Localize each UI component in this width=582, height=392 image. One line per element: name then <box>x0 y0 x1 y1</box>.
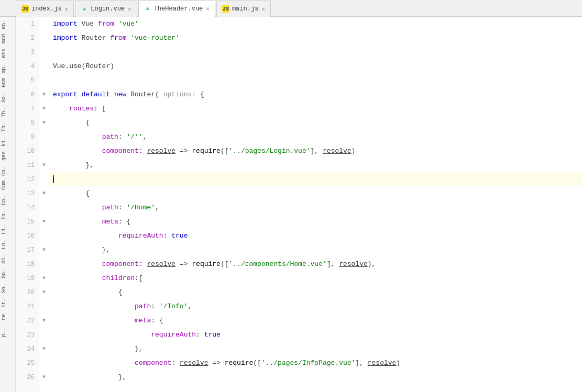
code-line-11: }, <box>49 158 582 172</box>
sidebar-item[interactable]: Hom <box>0 75 16 90</box>
sidebar-item[interactable]: mod <box>0 31 16 46</box>
sidebar-item[interactable]: TheH <box>0 119 16 134</box>
sidebar: anag mod ets mpoi Hom Song TheA TheH kin… <box>0 17 16 392</box>
code-line-8: { <box>49 116 582 130</box>
line-num-16: 16 <box>16 229 39 243</box>
sidebar-item[interactable]: ets <box>0 46 16 61</box>
line-num-9: 9 <box>16 130 39 144</box>
fold-24[interactable]: ▼ <box>39 342 49 356</box>
fold-9 <box>39 130 49 144</box>
code-line-14: path: '/Home', <box>49 200 582 215</box>
sidebar-item[interactable]: InfoF <box>0 207 16 222</box>
line-num-4: 4 <box>16 59 39 73</box>
tab-label: Login.vue <box>91 5 125 13</box>
code-line-16: requireAuth: true <box>49 229 582 243</box>
code-line-23: requireAuth: true <box>49 328 582 342</box>
code-line-2: import Router from 'vue-router' <box>49 31 582 45</box>
sidebar-item[interactable]: Song <box>0 281 16 295</box>
sidebar-item[interactable]: ges <box>0 149 16 163</box>
sidebar-item[interactable]: Colle <box>0 163 16 178</box>
code-line-21: path: '/Info', <box>49 299 582 313</box>
fold-22[interactable]: ▼ <box>39 313 49 328</box>
tab-close-icon[interactable]: ✕ <box>206 5 210 12</box>
line-num-5: 5 <box>16 73 39 87</box>
tab-label: index.js <box>31 5 62 13</box>
sidebar-item[interactable]: Com <box>0 178 16 193</box>
fold-15[interactable]: ▼ <box>39 215 49 229</box>
code-content[interactable]: import Vue from 'vue' import Router from… <box>49 17 582 392</box>
tab-main-js[interactable]: JS main.js ✕ <box>216 1 271 17</box>
code-line-25: component: resolve => require(['../pages… <box>49 356 582 370</box>
js-icon: JS <box>21 5 29 13</box>
code-line-24: }, <box>49 342 582 356</box>
tab-close-icon[interactable]: ✕ <box>261 6 265 13</box>
js-icon: JS <box>222 5 229 13</box>
tab-login-vue[interactable]: ▲ Login.vue ✕ <box>75 1 137 17</box>
line-num-10: 10 <box>16 144 39 158</box>
code-line-12[interactable] <box>49 172 582 186</box>
sidebar-item[interactable]: re <box>0 310 16 324</box>
vue-icon: ▲ <box>81 5 88 13</box>
fold-20[interactable]: ▼ <box>39 285 49 299</box>
sidebar-item[interactable]: mpoi <box>0 61 16 75</box>
sidebar-item[interactable]: Song <box>0 90 16 105</box>
tab-theheader-vue[interactable]: ▲ TheHeader.vue ✕ <box>138 1 215 17</box>
fold-17[interactable]: ▼ <box>39 243 49 257</box>
code-line-7: routes: [ <box>49 102 582 116</box>
tab-label: main.js <box>232 5 258 13</box>
main-area: anag mod ets mpoi Hom Song TheA TheH kin… <box>0 17 582 392</box>
line-num-14: 14 <box>16 200 39 215</box>
sidebar-item[interactable]: Cons <box>0 193 16 207</box>
editor-area: 1 2 3 4 5 6 7 8 9 10 11 12 13 14 15 16 1… <box>16 17 582 392</box>
tab-close-icon[interactable]: ✕ <box>65 6 69 13</box>
sidebar-item[interactable]: Logi <box>0 237 16 251</box>
fold-10 <box>39 144 49 158</box>
line-num-21: 21 <box>16 299 39 313</box>
sidebar-item[interactable]: Song <box>0 266 16 281</box>
sidebar-item[interactable]: iter <box>0 295 16 310</box>
code-line-6: export default new Router( options: { <box>49 87 582 102</box>
fold-3 <box>39 45 49 59</box>
code-line-4: Vue.use(Router) <box>49 59 582 73</box>
fold-7[interactable]: ▼ <box>39 102 49 116</box>
line-num-26: 26 <box>16 370 39 384</box>
code-line-19: children:[ <box>49 271 582 285</box>
fold-26[interactable]: ▼ <box>39 370 49 384</box>
fold-column: ▼ ▼ ▼ ▼ ▼ ▼ ▼ ▼ ▼ ▼ ▼ ▼ <box>39 17 49 392</box>
fold-25 <box>39 356 49 370</box>
fold-12 <box>39 172 49 186</box>
fold-18 <box>39 257 49 271</box>
fold-23 <box>39 328 49 342</box>
fold-11[interactable]: ▼ <box>39 158 49 172</box>
line-num-17: 17 <box>16 243 39 257</box>
fold-2 <box>39 31 49 45</box>
line-num-22: 22 <box>16 313 39 328</box>
code-line-3 <box>49 45 582 59</box>
sidebar-item[interactable]: TheA <box>0 105 16 119</box>
code-line-5 <box>49 73 582 87</box>
line-num-11: 11 <box>16 158 39 172</box>
line-num-13: 13 <box>16 186 39 200</box>
code-line-26: }, <box>49 370 582 384</box>
sidebar-item[interactable]: Sing <box>0 251 16 266</box>
sidebar-item[interactable]: p.vue <box>0 324 16 339</box>
fold-4 <box>39 59 49 73</box>
line-num-18: 18 <box>16 257 39 271</box>
fold-8[interactable]: ▼ <box>39 116 49 130</box>
sidebar-item[interactable]: anag <box>0 17 16 31</box>
fold-13[interactable]: ▼ <box>39 186 49 200</box>
tab-index-js[interactable]: JS index.js ✕ <box>16 1 74 17</box>
line-num-25: 25 <box>16 356 39 370</box>
line-num-12: 12 <box>16 172 39 186</box>
fold-1 <box>39 17 49 31</box>
line-num-7: 7 <box>16 102 39 116</box>
tab-close-icon[interactable]: ✕ <box>128 6 131 13</box>
line-num-2: 2 <box>16 31 39 45</box>
fold-19[interactable]: ▼ <box>39 271 49 285</box>
sidebar-item[interactable]: ListS <box>0 222 16 237</box>
code-line-17: }, <box>49 243 582 257</box>
code-line-1: import Vue from 'vue' <box>49 17 582 31</box>
sidebar-item[interactable]: kins <box>0 134 16 149</box>
fold-6[interactable]: ▼ <box>39 87 49 102</box>
code-line-15: meta: { <box>49 215 582 229</box>
